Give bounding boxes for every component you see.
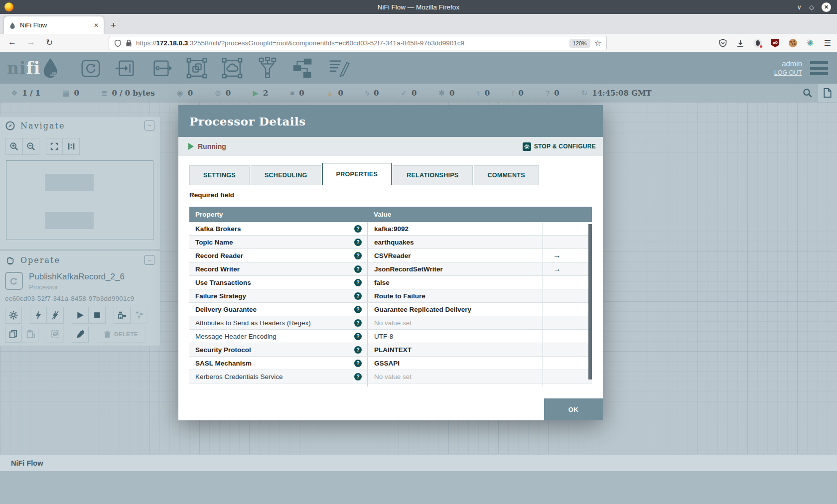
property-row[interactable]: Kafka Brokers?kafka:9092	[189, 222, 592, 236]
logout-link[interactable]: LOG OUT	[774, 69, 802, 76]
property-row[interactable]: SASL Mechanism?GSSAPI	[189, 357, 592, 370]
property-row[interactable]: Delivery Guarantee?Guarantee Replicated …	[189, 303, 592, 316]
tracking-shield-icon[interactable]	[114, 39, 122, 47]
template-component-icon[interactable]	[291, 57, 314, 80]
go-to-service-icon[interactable]: →	[553, 252, 561, 259]
reload-icon[interactable]: ↻	[46, 37, 53, 48]
table-scrollbar[interactable]	[588, 224, 592, 379]
forward-icon[interactable]: →	[27, 37, 35, 47]
output-port-component-icon[interactable]	[150, 57, 173, 80]
downloads-icon[interactable]	[736, 39, 745, 48]
property-row[interactable]: Topic Name?earthquakes	[189, 236, 592, 249]
tab-properties[interactable]: PROPERTIES	[322, 163, 392, 185]
configure-button[interactable]	[5, 307, 22, 324]
remote-process-group-component-icon[interactable]	[221, 57, 244, 80]
property-value-cell[interactable]: No value set	[367, 316, 543, 329]
disable-button[interactable]	[47, 307, 64, 324]
property-row[interactable]: Record Writer?JsonRecordSetWriter→	[189, 262, 592, 276]
extension-asterisk-icon[interactable]: ✳	[806, 39, 815, 48]
property-value-cell[interactable]: kafka:9092	[367, 222, 543, 235]
property-value-cell[interactable]: Guarantee Replicated Delivery	[367, 303, 543, 316]
property-row[interactable]: ?	[189, 383, 592, 386]
browser-tab[interactable]: NiFi Flow ✕	[4, 16, 104, 34]
new-tab-button[interactable]: +	[111, 20, 116, 31]
lock-icon[interactable]	[126, 39, 132, 47]
paste-button[interactable]	[22, 326, 39, 343]
close-window-icon[interactable]: ✕	[822, 2, 831, 12]
help-icon[interactable]: ?	[354, 319, 362, 327]
input-port-component-icon[interactable]	[115, 57, 138, 80]
funnel-component-icon[interactable]	[256, 57, 279, 80]
property-row[interactable]: Kerberos Credentials Service?No value se…	[189, 370, 592, 383]
birdseye-minimap[interactable]	[6, 160, 153, 240]
help-icon[interactable]: ?	[354, 386, 362, 387]
property-row[interactable]: Attributes to Send as Headers (Regex)?No…	[189, 316, 592, 330]
property-value-cell[interactable]: JsonRecordSetWriter	[367, 262, 543, 275]
collapse-operate-icon[interactable]: −	[144, 255, 154, 265]
tab-relationships[interactable]: RELATIONSHIPS	[393, 165, 472, 185]
help-icon[interactable]: ?	[354, 225, 362, 233]
process-group-component-icon[interactable]	[185, 57, 208, 80]
help-icon[interactable]: ?	[354, 360, 362, 367]
minimize-icon[interactable]: ∨	[797, 4, 802, 10]
search-button[interactable]	[796, 88, 818, 98]
go-to-service-icon[interactable]: →	[553, 265, 561, 273]
help-icon[interactable]: ?	[354, 292, 362, 300]
bookmark-star-icon[interactable]: ☆	[594, 38, 601, 48]
upload-template-button[interactable]	[131, 307, 147, 324]
cookie-extension-icon[interactable]	[788, 39, 797, 48]
refresh-icon[interactable]: ↻	[581, 89, 588, 97]
create-template-button[interactable]	[114, 307, 131, 324]
stop-button[interactable]	[89, 307, 106, 324]
global-menu-icon[interactable]	[810, 61, 828, 75]
start-button[interactable]	[72, 307, 89, 324]
tab-scheduling[interactable]: SCHEDULING	[251, 165, 321, 185]
browser-menu-icon[interactable]: ☰	[823, 39, 832, 48]
help-icon[interactable]: ?	[354, 373, 362, 380]
enable-button[interactable]	[30, 307, 47, 324]
close-tab-icon[interactable]: ✕	[94, 22, 99, 29]
property-value-cell[interactable]: Route to Failure	[367, 289, 543, 302]
url-text[interactable]: https://172.18.0.3:32558/nifi/?processGr…	[136, 39, 464, 47]
zoom-out-button[interactable]	[22, 138, 39, 155]
delete-button[interactable]: DELETE	[97, 326, 145, 343]
maximize-icon[interactable]: ◇	[809, 4, 814, 10]
property-value-cell[interactable]: false	[367, 276, 543, 289]
help-icon[interactable]: ?	[354, 265, 362, 273]
property-row[interactable]: Security Protocol?PLAINTEXT	[189, 343, 592, 357]
search-icon[interactable]	[803, 88, 812, 98]
property-value-cell[interactable]: No value set	[367, 370, 543, 383]
collapse-navigate-icon[interactable]: −	[144, 121, 154, 130]
property-row[interactable]: Use Transactions?false	[189, 276, 592, 289]
zoom-fit-button[interactable]	[46, 138, 63, 155]
property-row[interactable]: Failure Strategy?Route to Failure	[189, 289, 592, 303]
help-icon[interactable]: ?	[354, 306, 362, 313]
group-button[interactable]	[47, 326, 64, 343]
back-icon[interactable]: ←	[8, 37, 16, 47]
tab-comments[interactable]: COMMENTS	[474, 165, 539, 185]
property-value-cell[interactable]: CSVReader	[367, 249, 543, 262]
zoom-actual-size-button[interactable]	[63, 138, 80, 155]
help-icon[interactable]: ?	[354, 333, 362, 340]
zoom-in-button[interactable]	[5, 138, 22, 155]
tab-settings[interactable]: SETTINGS	[189, 165, 250, 185]
ok-button[interactable]: OK	[544, 398, 603, 420]
ublock-icon[interactable]: uO	[771, 39, 780, 48]
help-icon[interactable]: ?	[354, 279, 362, 286]
pocket-icon[interactable]	[718, 39, 727, 48]
property-value-cell[interactable]	[367, 383, 543, 386]
url-bar[interactable]: https://172.18.0.3:32558/nifi/?processGr…	[109, 36, 607, 50]
property-row[interactable]: Message Header Encoding?UTF-8	[189, 330, 592, 343]
mask-extension-icon[interactable]	[753, 39, 762, 48]
property-value-cell[interactable]: PLAINTEXT	[367, 343, 543, 356]
breadcrumb[interactable]: NiFi Flow	[11, 459, 43, 467]
label-component-icon[interactable]	[327, 57, 350, 80]
color-button[interactable]	[72, 326, 89, 343]
help-icon[interactable]: ?	[354, 346, 362, 354]
processor-component-icon[interactable]	[79, 57, 102, 80]
property-value-cell[interactable]: GSSAPI	[367, 357, 543, 370]
property-value-cell[interactable]: UTF-8	[367, 330, 543, 343]
stop-and-configure-button[interactable]: STOP & CONFIGURE	[523, 142, 596, 151]
help-icon[interactable]: ?	[354, 239, 362, 246]
property-row[interactable]: Record Reader?CSVReader→	[189, 249, 592, 262]
